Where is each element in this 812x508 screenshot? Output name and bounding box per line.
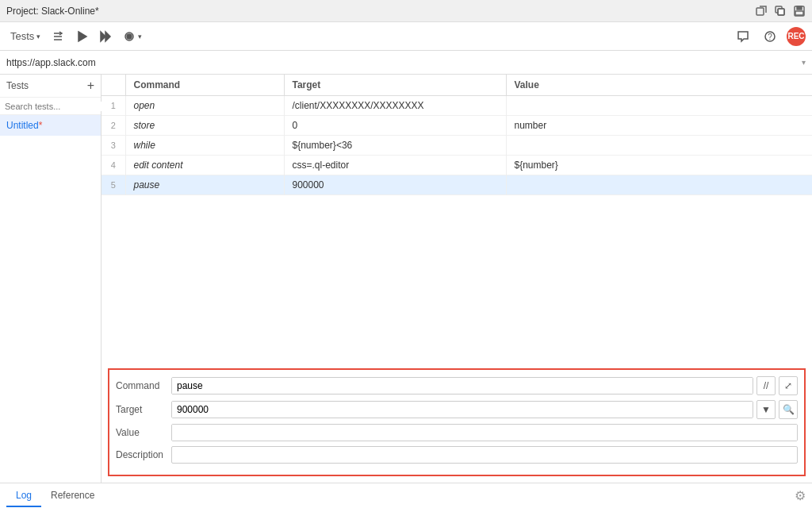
run-btn[interactable] xyxy=(71,28,92,45)
row-target: /client/XXXXXXXX/XXXXXXXX xyxy=(284,96,506,116)
toolbar: Tests ▾ ▾ xyxy=(0,22,812,51)
toolbar-left: Tests ▾ ▾ xyxy=(6,28,146,45)
tests-label: Tests xyxy=(10,30,34,42)
row-target: ${number}<36 xyxy=(284,136,506,156)
tab-log[interactable]: Log xyxy=(6,485,41,507)
target-row: Target ▼ 🔍 xyxy=(116,400,798,419)
title-bar-controls xyxy=(755,5,806,17)
url-dropdown-icon[interactable]: ▾ xyxy=(802,58,806,67)
svg-rect-0 xyxy=(756,8,764,15)
row-command: edit content xyxy=(125,156,284,175)
sidebar-item-untitled[interactable]: Untitled* xyxy=(0,115,101,136)
value-row: Value xyxy=(116,424,798,441)
description-label: Description xyxy=(116,449,171,460)
comment-btn[interactable] xyxy=(733,28,753,45)
table-row[interactable]: 1 open /client/XXXXXXXX/XXXXXXXX xyxy=(102,96,812,116)
row-command: store xyxy=(125,116,284,136)
row-value xyxy=(506,136,812,156)
svg-rect-6 xyxy=(795,11,803,15)
command-label: Command xyxy=(116,380,171,391)
table-row[interactable]: 4 edit content css=.ql-editor ${number} xyxy=(102,156,812,175)
duplicate-icon[interactable] xyxy=(774,5,787,17)
col-num-header xyxy=(102,75,125,96)
commands-table: Command Target Value 1 open /client/XXXX… xyxy=(102,75,812,195)
svg-marker-12 xyxy=(105,32,110,41)
title-bar: Project: Slack-Online* xyxy=(0,0,812,22)
record-chevron-icon: ▾ xyxy=(138,33,142,40)
sidebar-header: Tests + xyxy=(0,75,101,98)
command-select[interactable]: pause xyxy=(172,378,753,394)
col-command-header: Command xyxy=(125,75,284,96)
run-all-btn[interactable] xyxy=(95,28,116,45)
target-label: Target xyxy=(116,404,171,415)
sidebar: Tests + 🔍 Untitled* xyxy=(0,75,102,483)
bottom-tabs: Log Reference ⚙ xyxy=(0,483,812,508)
add-test-btn[interactable]: + xyxy=(87,79,94,92)
col-target-header: Target xyxy=(284,75,506,96)
toolbar-right: ? REC xyxy=(733,27,806,46)
save-icon[interactable] xyxy=(793,5,806,17)
search-input[interactable] xyxy=(5,102,114,111)
expand-btn[interactable]: ⤢ xyxy=(779,376,798,395)
row-target: 900000 xyxy=(284,175,506,195)
command-table: Command Target Value 1 open /client/XXXX… xyxy=(102,75,812,362)
table-row[interactable]: 2 store 0 number xyxy=(102,116,812,136)
value-input[interactable] xyxy=(172,425,797,441)
description-input[interactable] xyxy=(171,446,798,464)
row-value xyxy=(506,96,812,116)
search-box: 🔍 xyxy=(0,98,101,115)
value-label: Value xyxy=(116,427,171,438)
row-command: while xyxy=(125,136,284,156)
row-command: open xyxy=(125,96,284,116)
row-target: css=.ql-editor xyxy=(284,156,506,175)
row-num: 5 xyxy=(102,175,125,195)
row-num: 3 xyxy=(102,136,125,156)
svg-text:?: ? xyxy=(768,33,772,41)
record-btn[interactable]: ▾ xyxy=(119,28,146,45)
svg-rect-2 xyxy=(778,9,784,15)
target-input-wrap xyxy=(171,401,753,418)
comment-toggle-btn[interactable]: // xyxy=(756,376,776,395)
svg-rect-5 xyxy=(797,6,802,10)
target-search-btn[interactable]: 🔍 xyxy=(779,400,798,419)
target-input[interactable] xyxy=(172,402,753,418)
content-area: Command Target Value 1 open /client/XXXX… xyxy=(102,75,812,483)
row-value: number xyxy=(506,116,812,136)
table-row[interactable]: 3 while ${number}<36 xyxy=(102,136,812,156)
svg-marker-10 xyxy=(79,32,86,41)
editor-panel: Command pause // ⤢ Target ▼ 🔍 xyxy=(108,368,806,476)
row-num: 2 xyxy=(102,116,125,136)
row-value: ${number} xyxy=(506,156,812,175)
row-target: 0 xyxy=(284,116,506,136)
sidebar-title: Tests xyxy=(6,80,29,91)
row-num: 4 xyxy=(102,156,125,175)
url-bar: ▾ xyxy=(0,51,812,75)
settings-icon[interactable]: ⚙ xyxy=(795,488,806,503)
command-row: Command pause // ⤢ xyxy=(116,376,798,395)
url-input[interactable] xyxy=(6,57,802,68)
description-row: Description xyxy=(116,446,798,464)
tests-chevron-icon: ▾ xyxy=(36,33,40,40)
command-select-wrap: pause xyxy=(171,377,753,394)
help-btn[interactable]: ? xyxy=(760,28,780,45)
value-input-wrap xyxy=(171,424,798,441)
tests-dropdown-btn[interactable]: Tests ▾ xyxy=(6,28,44,44)
tab-reference[interactable]: Reference xyxy=(41,485,104,507)
row-value xyxy=(506,175,812,195)
main-layout: Tests + 🔍 Untitled* Command xyxy=(0,75,812,483)
table-row[interactable]: 5 pause 900000 xyxy=(102,175,812,195)
row-num: 1 xyxy=(102,96,125,116)
svg-point-14 xyxy=(127,34,132,39)
target-select-btn[interactable]: ▼ xyxy=(756,400,776,419)
project-title: Project: Slack-Online* xyxy=(6,6,99,17)
svg-marker-11 xyxy=(101,32,105,41)
new-window-icon[interactable] xyxy=(755,5,768,17)
row-command: pause xyxy=(125,175,284,195)
col-value-header: Value xyxy=(506,75,812,96)
sidebar-item-label: Untitled xyxy=(6,120,39,131)
rec-indicator[interactable]: REC xyxy=(787,27,806,46)
step-over-btn[interactable] xyxy=(48,28,68,45)
